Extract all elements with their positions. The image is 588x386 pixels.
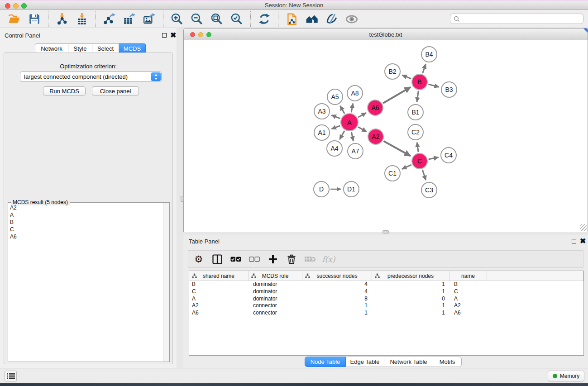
table-close-icon[interactable]: ✖ [580, 238, 586, 244]
network-node-C1[interactable]: C1 [384, 165, 401, 181]
network-node-C2[interactable]: C2 [407, 124, 424, 140]
tab-edge-table[interactable]: Edge Table [346, 357, 384, 367]
show-columns-button[interactable] [211, 253, 223, 265]
edge-A-A2[interactable] [358, 127, 367, 132]
network-node-A[interactable]: A [340, 113, 359, 131]
edge-A-A3[interactable] [331, 115, 340, 119]
tab-style[interactable]: Style [68, 43, 92, 53]
network-window-titlebar[interactable]: testGlobe.txt [184, 29, 588, 40]
zoom-in-button[interactable] [169, 11, 185, 27]
edge-A-A1[interactable] [332, 126, 340, 129]
network-node-B[interactable]: B [411, 74, 428, 90]
zoom-out-button[interactable] [189, 11, 205, 27]
network-node-A3[interactable]: A3 [314, 103, 330, 119]
close-panel-button[interactable]: Close panel [92, 86, 139, 95]
zoom-selected-button[interactable] [229, 11, 245, 27]
table-row-B[interactable]: Bdominator41B [189, 281, 583, 288]
network-node-B4[interactable]: B4 [421, 46, 437, 62]
edge-A-A6[interactable] [358, 113, 366, 117]
result-item-A6[interactable]: A6 [8, 233, 163, 240]
edge-A-A8[interactable] [351, 104, 353, 113]
resize-grip[interactable] [580, 224, 587, 231]
result-item-A2[interactable]: A2 [8, 204, 163, 211]
criterion-dropdown[interactable]: largest connected component (directed) [20, 71, 162, 82]
export-image-button[interactable] [141, 11, 158, 27]
edge-C-C2[interactable] [417, 143, 418, 152]
network-canvas[interactable]: B4B2BB3A5A8A6A3B1AA1C2A2A4A7C4CC1C3DD1 [184, 40, 588, 232]
table-mode-button[interactable]: ⚙ [193, 253, 205, 265]
edge-A2-C[interactable] [384, 141, 411, 156]
table-row-A6[interactable]: A6connector11A6 [189, 310, 583, 317]
unselect-all-columns-button[interactable] [249, 253, 260, 265]
home-button[interactable] [304, 11, 320, 27]
open-file-button[interactable] [6, 11, 23, 27]
table-float-icon[interactable] [572, 239, 576, 243]
edge-A6-B[interactable] [383, 87, 411, 103]
network-node-B3[interactable]: B3 [441, 81, 457, 98]
close-panel-icon[interactable]: ✖ [170, 33, 176, 38]
edge-C-C3[interactable] [422, 170, 426, 180]
network-node-A2[interactable]: A2 [368, 129, 384, 145]
tab-mcds[interactable]: MCDS [119, 43, 146, 53]
tab-network-table[interactable]: Network Table [384, 357, 433, 367]
column-header-empty[interactable] [487, 271, 583, 281]
network-node-C3[interactable]: C3 [421, 182, 437, 198]
memory-button[interactable]: Memory [548, 371, 584, 381]
apply-layout-button[interactable] [256, 11, 272, 27]
result-scrollbar[interactable] [163, 203, 169, 362]
export-table-button[interactable] [121, 11, 138, 27]
column-header-MCDS-role[interactable]: MCDS role [249, 271, 302, 281]
edge-B-B1[interactable] [417, 91, 418, 102]
zoom-fit-button[interactable] [209, 11, 225, 27]
network-node-A8[interactable]: A8 [347, 85, 363, 101]
tab-network[interactable]: Network [35, 43, 68, 53]
create-column-button[interactable] [267, 253, 279, 265]
result-item-C[interactable]: C [8, 226, 163, 233]
edge-C-C4[interactable] [429, 157, 439, 159]
edge-A-A5[interactable] [340, 106, 344, 114]
task-history-button[interactable] [5, 371, 17, 381]
save-session-button[interactable] [26, 11, 43, 27]
result-item-B[interactable]: B [8, 219, 163, 226]
column-header-name[interactable]: name [449, 271, 487, 281]
clone-network-button[interactable] [284, 11, 300, 27]
column-header-predecessor-nodes[interactable]: predecessor nodes [372, 271, 449, 281]
network-node-A7[interactable]: A7 [347, 143, 363, 159]
network-node-A6[interactable]: A6 [367, 100, 383, 116]
tab-motifs[interactable]: Motifs [433, 357, 462, 367]
birds-eye-view-button[interactable] [344, 11, 360, 27]
network-node-D1[interactable]: D1 [343, 181, 359, 197]
column-header-successor-nodes[interactable]: successor nodes [302, 271, 372, 281]
import-table-button[interactable] [74, 11, 90, 27]
network-node-A1[interactable]: A1 [314, 124, 330, 141]
edge-B-B3[interactable] [428, 84, 439, 87]
tab-node-table[interactable]: Node Table [305, 357, 346, 367]
result-item-A[interactable]: A [8, 211, 163, 219]
vertical-scroll-thumb[interactable] [181, 196, 184, 202]
network-node-C4[interactable]: C4 [440, 147, 457, 163]
search-input[interactable] [462, 16, 583, 22]
float-panel-icon[interactable] [162, 33, 167, 38]
tab-select[interactable]: Select [92, 43, 119, 53]
delete-columns-button[interactable] [286, 253, 297, 265]
search-box[interactable] [450, 14, 583, 24]
table-row-A[interactable]: Adominator80A [189, 295, 583, 303]
function-builder-button[interactable]: f(x) [323, 253, 335, 265]
table-row-A2[interactable]: A2connector11A2 [189, 302, 583, 310]
edge-B-B4[interactable] [423, 64, 426, 73]
graphics-details-button[interactable] [324, 11, 340, 27]
edge-A-A7[interactable] [351, 132, 353, 141]
network-node-B2[interactable]: B2 [384, 63, 401, 80]
select-all-columns-button[interactable] [230, 253, 242, 265]
table-row-C[interactable]: Cdominator41C [189, 288, 583, 295]
network-node-A4[interactable]: A4 [326, 140, 343, 157]
network-node-D[interactable]: D [313, 181, 330, 197]
run-mcds-button[interactable]: Run MCDS [43, 86, 86, 95]
network-node-C[interactable]: C [411, 153, 428, 169]
export-network-button[interactable] [101, 11, 118, 27]
edge-A-A4[interactable] [339, 131, 344, 139]
horizontal-scroll-thumb[interactable] [382, 230, 389, 234]
network-node-B1[interactable]: B1 [407, 104, 424, 120]
edge-C-C1[interactable] [402, 165, 411, 169]
delete-table-button[interactable] [304, 253, 316, 265]
